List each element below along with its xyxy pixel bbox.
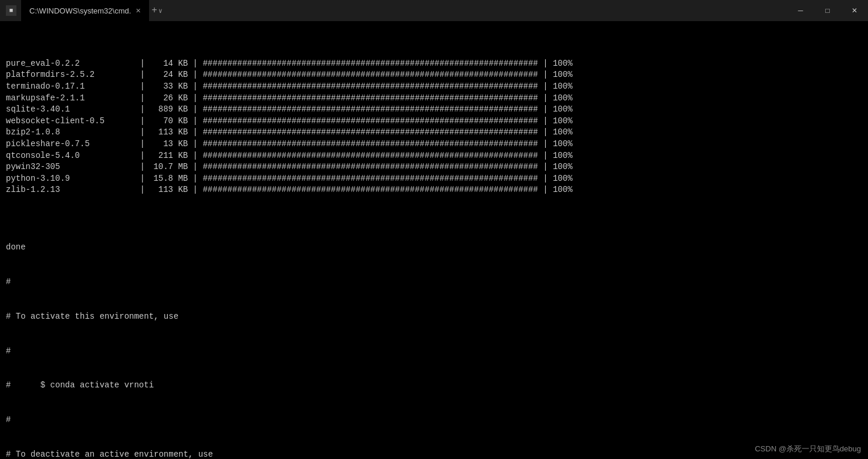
done-line: done (6, 242, 862, 254)
package-row: pure_eval-0.2.2 | 14 KB | ##############… (6, 58, 862, 70)
new-tab-button[interactable]: + (151, 5, 157, 16)
terminal-window: ■ C:\WINDOWS\system32\cmd. ✕ + ∨ ─ □ ✕ p… (0, 0, 868, 459)
tab-dropdown-icon[interactable]: ∨ (158, 7, 163, 15)
package-row: markupsafe-2.1.1 | 26 KB | #############… (6, 93, 862, 104)
deactivate-comment: # To deactivate an active environment, u… (6, 449, 862, 459)
blank-hash-2: # (6, 346, 862, 357)
package-row: terminado-0.17.1 | 33 KB | #############… (6, 81, 862, 93)
minimize-button[interactable]: ─ (787, 0, 814, 21)
package-row: pywin32-305 | 10.7 MB | ################… (6, 161, 862, 173)
maximize-button[interactable]: □ (814, 0, 841, 21)
terminal-output: pure_eval-0.2.2 | 14 KB | ##############… (0, 21, 868, 459)
package-row: websocket-client-0.5 | 70 KB | #########… (6, 116, 862, 127)
watermark: CSDN @杀死一只知更鸟debug (755, 444, 861, 454)
blank-hash-1: # (6, 276, 862, 288)
window-controls: ─ □ ✕ (787, 0, 868, 21)
package-row: qtconsole-5.4.0 | 211 KB | #############… (6, 150, 862, 162)
tab-close-icon[interactable]: ✕ (136, 7, 141, 15)
package-row: platformdirs-2.5.2 | 24 KB | ###########… (6, 69, 862, 81)
terminal-tab[interactable]: C:\WINDOWS\system32\cmd. ✕ (21, 0, 149, 21)
tab-label: C:\WINDOWS\system32\cmd. (29, 6, 131, 15)
package-row: sqlite-3.40.1 | 889 KB | ###############… (6, 104, 862, 116)
blank-hash-3: # (6, 414, 862, 426)
activate-comment: # To activate this environment, use (6, 311, 862, 323)
app-icon: ■ (6, 5, 16, 16)
activate-cmd: # $ conda activate vrnoti (6, 380, 862, 392)
close-button[interactable]: ✕ (841, 0, 868, 21)
titlebar: ■ C:\WINDOWS\system32\cmd. ✕ + ∨ ─ □ ✕ (0, 0, 868, 21)
package-row: pickleshare-0.7.5 | 13 KB | ############… (6, 139, 862, 150)
package-list: pure_eval-0.2.2 | 14 KB | ##############… (6, 58, 862, 196)
package-row: bzip2-1.0.8 | 113 KB | #################… (6, 127, 862, 139)
package-row: python-3.10.9 | 15.8 MB | ##############… (6, 173, 862, 185)
package-row: zlib-1.2.13 | 113 KB | #################… (6, 184, 862, 196)
